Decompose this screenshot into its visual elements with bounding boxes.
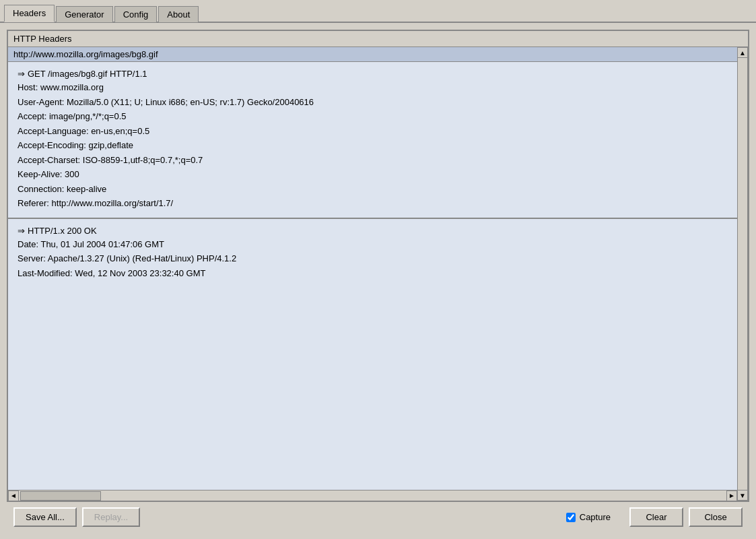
scroll-left-arrow[interactable]: ◄ (8, 490, 19, 501)
capture-checkbox[interactable] (566, 513, 576, 522)
v-scroll-track (737, 58, 748, 490)
scroll-up-arrow[interactable]: ▲ (737, 47, 748, 58)
response-section: ⇒ HTTP/1.x 200 OK Date: Thu, 01 Jul 2004… (8, 219, 737, 490)
clear-button[interactable]: Clear (629, 507, 683, 527)
tab-about[interactable]: About (158, 6, 199, 22)
request-header-4: Accept-Encoding: gzip,deflate (18, 138, 728, 153)
save-all-button[interactable]: Save All... (13, 507, 77, 527)
replay-button[interactable]: Replay... (82, 507, 140, 527)
h-scroll-thumb[interactable] (20, 491, 101, 501)
button-bar: Save All... Replay... Capture Clear Clos… (7, 502, 749, 532)
horizontal-scrollbar[interactable]: ◄ ► (8, 490, 737, 501)
main-content: HTTP Headers http://www.mozilla.org/imag… (0, 23, 756, 539)
request-header-1: User-Agent: Mozilla/5.0 (X11; U; Linux i… (18, 95, 728, 110)
request-header-5: Accept-Charset: ISO-8859-1,utf-8;q=0.7,*… (18, 153, 728, 168)
tab-bar: Headers Generator Config About (0, 0, 756, 23)
request-header-3: Accept-Language: en-us,en;q=0.5 (18, 124, 728, 139)
url-text: http://www.mozilla.org/images/bg8.gif (13, 49, 732, 59)
request-section: ⇒ GET /images/bg8.gif HTTP/1.1 Host: www… (8, 62, 737, 219)
request-method-line: ⇒ GET /images/bg8.gif HTTP/1.1 (18, 69, 728, 79)
http-headers-panel: HTTP Headers http://www.mozilla.org/imag… (7, 30, 749, 502)
sections-area: http://www.mozilla.org/images/bg8.gif ⇒ … (8, 47, 737, 501)
tab-config[interactable]: Config (114, 6, 158, 22)
vertical-scrollbar[interactable]: ▲ ▼ (737, 47, 748, 501)
request-header-7: Connection: keep-alive (18, 182, 728, 197)
close-button[interactable]: Close (689, 507, 743, 527)
request-header-2: Accept: image/png,*/*;q=0.5 (18, 109, 728, 124)
url-row[interactable]: http://www.mozilla.org/images/bg8.gif (8, 47, 737, 62)
response-arrow-icon: ⇒ (18, 226, 25, 236)
request-header-0: Host: www.mozilla.org (18, 80, 728, 95)
scroll-right-arrow[interactable]: ► (726, 490, 737, 501)
request-header-6: Keep-Alive: 300 (18, 167, 728, 182)
capture-area: Capture (566, 512, 611, 522)
response-header-0: Date: Thu, 01 Jul 2004 01:47:06 GMT (18, 237, 728, 252)
response-header-1: Server: Apache/1.3.27 (Unix) (Red-Hat/Li… (18, 251, 728, 266)
content-area: http://www.mozilla.org/images/bg8.gif ⇒ … (8, 47, 748, 501)
tab-generator[interactable]: Generator (56, 6, 113, 22)
scroll-down-arrow[interactable]: ▼ (737, 490, 748, 501)
request-arrow-icon: ⇒ (18, 69, 25, 79)
tab-headers[interactable]: Headers (4, 5, 55, 22)
capture-label: Capture (580, 512, 611, 522)
request-method-text: GET /images/bg8.gif HTTP/1.1 (28, 69, 147, 79)
response-status-line: ⇒ HTTP/1.x 200 OK (18, 226, 728, 236)
request-header-8: Referer: http://www.mozilla.org/start/1.… (18, 196, 728, 211)
response-header-2: Last-Modified: Wed, 12 Nov 2003 23:32:40… (18, 266, 728, 281)
panel-title: HTTP Headers (8, 31, 748, 47)
response-status-text: HTTP/1.x 200 OK (28, 226, 97, 236)
